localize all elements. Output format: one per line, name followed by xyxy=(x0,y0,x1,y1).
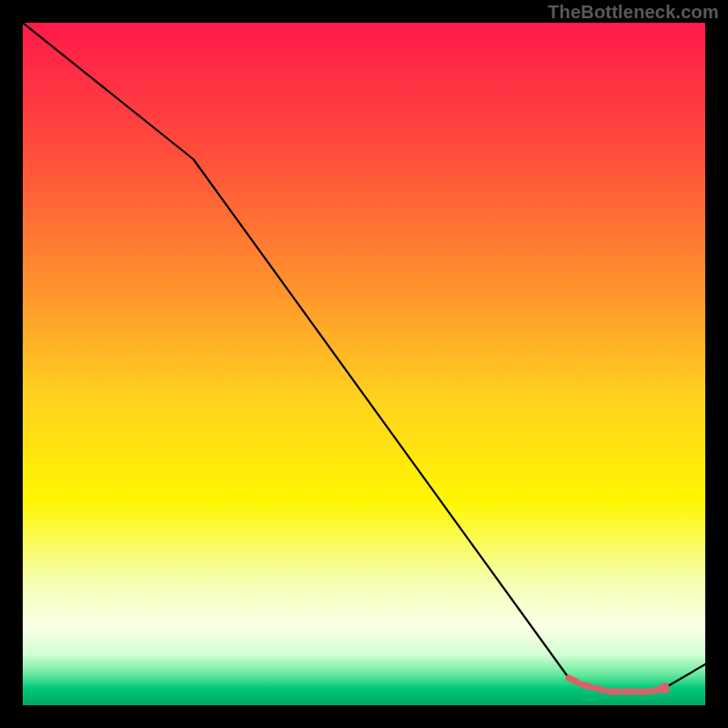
plot-area xyxy=(23,23,705,705)
chart-stage: TheBottleneck.com xyxy=(0,0,728,728)
gradient-background xyxy=(23,23,705,705)
highlight-dot xyxy=(659,682,670,693)
chart-svg xyxy=(23,23,705,705)
watermark-label: TheBottleneck.com xyxy=(548,2,719,23)
